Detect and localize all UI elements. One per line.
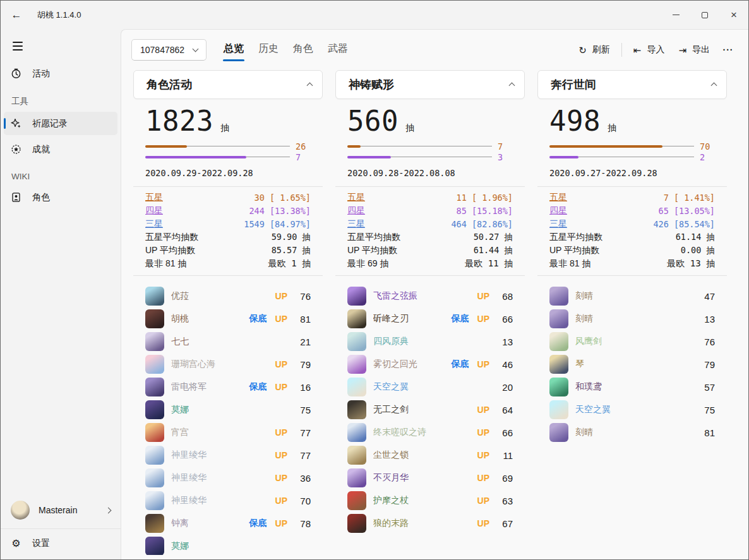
import-label: 导入 — [647, 44, 664, 56]
list-item: 珊瑚宫心海UP79 — [145, 353, 311, 376]
item-name: 风鹰剑 — [575, 336, 700, 347]
item-avatar — [145, 446, 164, 465]
user-account-row[interactable]: Masterain — [4, 493, 117, 527]
minimize-button[interactable] — [661, 1, 690, 29]
main-content: 107847862 总览 历史 角色 武器 ↻ 刷新 ⇤ — [121, 29, 748, 559]
stat-row: 四星65 [13.05%] — [549, 204, 715, 217]
refresh-button[interactable]: ↻ 刷新 — [572, 39, 617, 61]
pity-progress-bar: 7 — [145, 152, 311, 162]
item-avatar — [145, 400, 164, 419]
sidebar-item-characters[interactable]: 角色 — [4, 186, 117, 209]
stat-row: UP 平均抽数0.00 抽 — [549, 244, 715, 257]
import-button[interactable]: ⇤ 导入 — [626, 39, 672, 61]
stat-row: 最非 69 抽最欧 11 抽 — [347, 257, 513, 270]
star-filter-link[interactable]: 三星 — [549, 218, 567, 230]
export-button[interactable]: ⇥ 导出 — [671, 39, 717, 61]
card-header[interactable]: 角色活动 — [133, 70, 323, 99]
star-filter-link[interactable]: 四星 — [145, 205, 163, 217]
pity-badge: 保底 — [249, 313, 267, 325]
list-item: 天空之翼75 — [549, 398, 715, 421]
tab-characters[interactable]: 角色 — [289, 37, 318, 63]
sidebar-item-label: 祈愿记录 — [32, 118, 68, 129]
item-count: 21 — [296, 337, 311, 347]
stat-value: 30 [ 1.65%] — [255, 193, 311, 203]
wish-pool-card: 角色活动 1823 抽 267 2020.09.29-2022.09.28 五星… — [133, 70, 323, 555]
list-item: 斫峰之刃保底UP66 — [347, 307, 513, 330]
item-avatar — [145, 537, 164, 555]
tab-bar: 总览 历史 角色 武器 — [219, 37, 358, 63]
tab-weapons[interactable]: 武器 — [323, 37, 352, 63]
star-filter-link[interactable]: 四星 — [347, 205, 365, 217]
item-list[interactable]: 优菈UP76胡桃保底UP81七七21珊瑚宫心海UP79雷电将军保底UP16莫娜7… — [133, 276, 323, 555]
bar-value: 2 — [700, 152, 715, 162]
stat-label: UP 平均抽数 — [549, 245, 599, 256]
item-avatar — [549, 332, 568, 351]
more-icon: ··· — [723, 45, 734, 55]
sidebar-item-settings[interactable]: ⚙ 设置 — [4, 531, 117, 556]
stat-value: 65 [13.05%] — [659, 206, 715, 216]
stat-row: 五星30 [ 1.65%] — [145, 191, 311, 204]
stat-value: 最欧 13 抽 — [667, 258, 715, 270]
item-count: 57 — [700, 382, 715, 393]
star-filter-link[interactable]: 五星 — [347, 192, 365, 203]
up-badge: UP — [275, 291, 287, 301]
more-options-button[interactable]: ··· — [717, 39, 740, 61]
star-filter-link[interactable]: 五星 — [549, 192, 567, 203]
list-item: 和璞鸢57 — [549, 376, 715, 398]
stat-value: 最欧 11 抽 — [465, 258, 513, 270]
user-avatar — [11, 501, 30, 520]
achievement-icon — [11, 144, 21, 155]
star-filter-link[interactable]: 三星 — [347, 218, 365, 230]
stat-value: 244 [13.38%] — [249, 206, 311, 216]
card-header[interactable]: 奔行世间 — [537, 70, 727, 99]
bar-value: 26 — [296, 141, 311, 152]
item-avatar — [145, 491, 164, 510]
item-count: 66 — [498, 427, 513, 438]
sidebar-item-achievements[interactable]: 成就 — [4, 138, 117, 161]
stat-row: 五星11 [ 1.96%] — [347, 191, 513, 204]
collapse-chevron-icon[interactable] — [711, 83, 717, 89]
tab-overview[interactable]: 总览 — [219, 37, 248, 63]
bar-track — [549, 156, 694, 158]
item-avatar — [145, 468, 164, 487]
collapse-chevron-icon[interactable] — [307, 83, 313, 89]
total-pulls-unit: 抽 — [405, 122, 414, 134]
item-count: 46 — [498, 359, 513, 370]
star-filter-link[interactable]: 三星 — [145, 218, 163, 230]
up-badge: UP — [477, 427, 489, 438]
star-filter-link[interactable]: 五星 — [145, 192, 163, 203]
hamburger-menu-button[interactable] — [7, 35, 31, 57]
stat-value: 11 [ 1.96%] — [457, 193, 513, 203]
collapse-chevron-icon[interactable] — [509, 83, 515, 89]
uid-dropdown[interactable]: 107847862 — [131, 39, 207, 61]
close-button[interactable]: × — [719, 1, 748, 29]
item-count: 13 — [498, 337, 513, 347]
list-item: 终末嗟叹之诗UP66 — [347, 421, 513, 444]
tab-history[interactable]: 历史 — [254, 37, 283, 63]
list-item: 莫娜 — [145, 535, 311, 555]
star-filter-link[interactable]: 四星 — [549, 205, 567, 217]
sidebar-item-activity[interactable]: 活动 — [4, 62, 117, 85]
item-count: 67 — [498, 518, 513, 529]
item-name: 七七 — [171, 336, 296, 347]
up-badge: UP — [275, 382, 287, 392]
card-body: 1823 抽 267 2020.09.29-2022.09.28 五星30 [ … — [133, 99, 323, 555]
up-badge: UP — [477, 496, 489, 506]
back-button[interactable]: ← — [6, 6, 27, 25]
refresh-icon: ↻ — [578, 45, 587, 55]
item-avatar — [347, 423, 366, 442]
character-icon — [11, 192, 21, 203]
pity-progress-bars: 702 — [537, 137, 727, 162]
stat-value: 1549 [84.97%] — [244, 219, 311, 229]
card-title: 神铸赋形 — [349, 77, 394, 92]
up-badge: UP — [275, 496, 287, 506]
maximize-button[interactable] — [690, 1, 719, 29]
export-icon: ⇥ — [678, 45, 686, 55]
stat-label: 五星平均抽数 — [145, 232, 198, 243]
sidebar-item-wish-record[interactable]: 祈愿记录 — [4, 112, 117, 135]
item-name: 莫娜 — [171, 540, 296, 552]
card-header[interactable]: 神铸赋形 — [335, 70, 525, 99]
item-list[interactable]: 飞雷之弦振UP68斫峰之刃保底UP66四风原典13雾切之回光保底UP46天空之翼… — [335, 276, 525, 555]
pity-progress-bars: 267 — [133, 137, 323, 162]
item-list[interactable]: 刻晴47刻晴13风鹰剑76琴79和璞鸢57天空之翼75刻晴81 — [537, 276, 727, 555]
